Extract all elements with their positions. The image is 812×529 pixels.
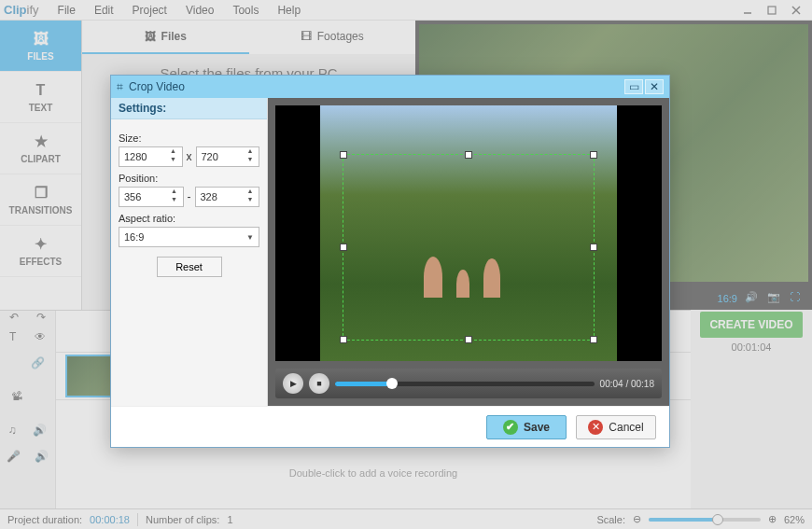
seek-slider[interactable]	[335, 382, 595, 386]
crop-handle[interactable]	[590, 151, 597, 159]
crop-icon: ⌗	[117, 80, 123, 93]
spin-down-icon[interactable]: ▼	[244, 157, 257, 165]
reset-button[interactable]: Reset	[157, 257, 222, 277]
position-label: Position:	[119, 173, 259, 184]
dialog-close-button[interactable]: ✕	[645, 79, 664, 94]
crop-selection[interactable]	[343, 154, 595, 341]
chevron-down-icon: ▼	[246, 233, 254, 242]
spin-down-icon[interactable]: ▼	[168, 197, 181, 205]
settings-panel: Settings: Size: 1280▲▼ x 720▲▼ Position:…	[111, 98, 268, 406]
play-button[interactable]: ▶	[283, 373, 303, 394]
close-icon: ✕	[588, 420, 603, 435]
crop-canvas-area: ▶ ■ 00:04 / 00:18	[268, 98, 669, 406]
position-separator: -	[188, 190, 191, 203]
position-y-input[interactable]: 328▲▼	[195, 187, 260, 207]
crop-canvas[interactable]	[275, 105, 662, 361]
dialog-titlebar[interactable]: ⌗ Crop Video ▭ ✕	[111, 76, 669, 98]
crop-handle[interactable]	[590, 244, 597, 251]
crop-handle[interactable]	[465, 336, 472, 343]
position-x-input[interactable]: 356▲▼	[119, 187, 184, 207]
check-icon: ✔	[503, 420, 518, 435]
crop-handle[interactable]	[590, 336, 597, 343]
size-height-input[interactable]: 720▲▼	[196, 146, 260, 167]
playback-time: 00:04 / 00:18	[600, 379, 654, 389]
size-label: Size:	[119, 132, 259, 144]
aspect-ratio-select[interactable]: 16:9▼	[119, 227, 259, 247]
stop-button[interactable]: ■	[309, 373, 329, 394]
crop-handle[interactable]	[340, 336, 347, 343]
crop-handle[interactable]	[340, 151, 347, 159]
aspect-ratio-label: Aspect ratio:	[119, 213, 259, 224]
crop-handle[interactable]	[465, 151, 472, 159]
settings-header: Settings:	[111, 98, 267, 119]
cancel-button[interactable]: ✕Cancel	[576, 415, 656, 439]
save-button[interactable]: ✔Save	[486, 415, 567, 439]
size-separator: x	[187, 150, 192, 163]
dialog-title: Crop Video	[129, 80, 185, 93]
dialog-maximize-button[interactable]: ▭	[624, 79, 643, 94]
playback-bar: ▶ ■ 00:04 / 00:18	[275, 369, 662, 398]
crop-handle[interactable]	[340, 244, 347, 251]
size-width-input[interactable]: 1280▲▼	[119, 146, 183, 167]
spin-down-icon[interactable]: ▼	[244, 197, 257, 205]
spin-down-icon[interactable]: ▼	[167, 157, 180, 165]
crop-video-dialog: ⌗ Crop Video ▭ ✕ Settings: Size: 1280▲▼ …	[110, 75, 670, 448]
